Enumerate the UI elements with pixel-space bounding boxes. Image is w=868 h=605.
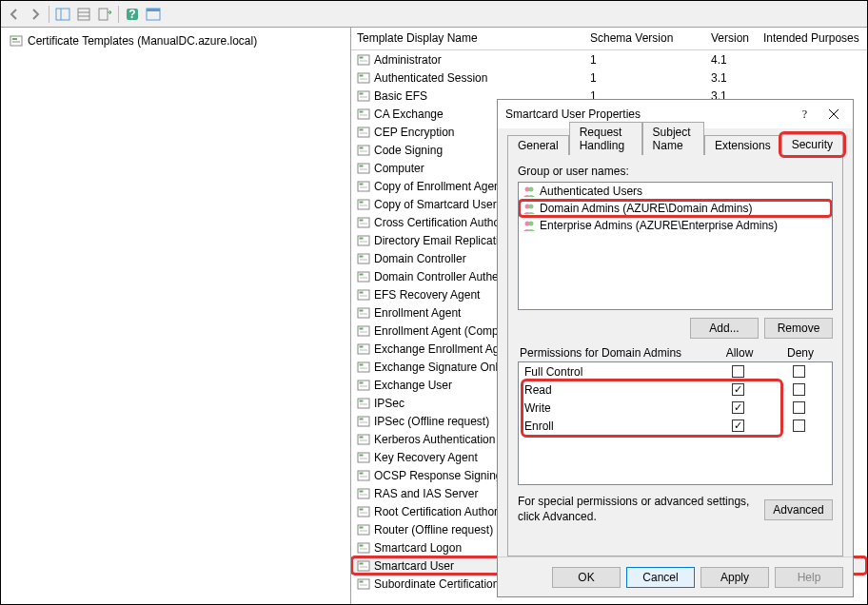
arrow-left-icon [7, 7, 22, 22]
svg-rect-9 [147, 9, 160, 11]
template-name: OCSP Response Signing [374, 469, 503, 482]
allow-checkbox[interactable] [732, 420, 744, 432]
arrow-right-icon [28, 7, 43, 22]
tab-subject-name[interactable]: Subject Name [642, 122, 704, 155]
separator [118, 6, 119, 23]
cancel-button[interactable]: Cancel [626, 567, 695, 588]
tab-extensions[interactable]: Extensions [704, 135, 781, 155]
certificate-icon [357, 234, 370, 247]
template-name: Exchange Enrollment Agent [374, 342, 515, 356]
svg-rect-80 [360, 454, 364, 456]
deny-checkbox[interactable] [793, 383, 805, 396]
back-button[interactable] [5, 5, 24, 24]
certificate-icon [357, 541, 370, 555]
group-name: Authenticated Users [540, 185, 642, 198]
template-name: IPSec [374, 397, 404, 410]
template-name: Enrollment Agent [374, 306, 461, 320]
svg-rect-92 [360, 526, 364, 528]
permission-name: Read [524, 383, 707, 397]
forward-button[interactable] [26, 5, 45, 24]
apply-button[interactable]: Apply [700, 567, 769, 588]
deny-checkbox[interactable] [793, 365, 805, 378]
group-row[interactable]: Domain Admins (AZURE\Domain Admins) [519, 200, 832, 217]
panes-icon [55, 7, 70, 22]
dialog-title: Smartcard User Properties [505, 107, 641, 121]
list-button[interactable] [74, 5, 93, 24]
group-list[interactable]: Authenticated UsersDomain Admins (AZURE\… [518, 182, 833, 310]
allow-checkbox[interactable] [732, 365, 744, 378]
certificate-icon [357, 559, 370, 573]
group-row[interactable]: Enterprise Admins (AZURE\Enterprise Admi… [519, 217, 832, 234]
svg-rect-62 [360, 345, 364, 347]
svg-rect-11 [12, 38, 17, 40]
certificate-icon [357, 198, 370, 211]
add-button[interactable]: Add... [690, 318, 759, 339]
list-icon [76, 7, 91, 22]
column-name[interactable]: Template Display Name [351, 28, 584, 49]
svg-rect-86 [360, 490, 364, 492]
template-name: Smartcard User [374, 559, 454, 573]
certificate-icon [357, 144, 370, 157]
svg-rect-95 [360, 544, 364, 546]
tab-request-handling[interactable]: Request Handling [569, 122, 642, 155]
svg-rect-35 [360, 183, 364, 185]
column-purpose[interactable]: Intended Purposes [758, 28, 867, 49]
deny-checkbox[interactable] [793, 401, 805, 414]
group-row[interactable]: Authenticated Users [519, 183, 832, 200]
certificate-icon [357, 180, 370, 193]
allow-checkbox[interactable] [732, 383, 744, 396]
certificate-icon [357, 451, 370, 464]
permission-row: Full Control [519, 362, 832, 381]
column-version[interactable]: Version [705, 28, 758, 49]
help-icon: ? [125, 7, 140, 22]
group-icon [523, 202, 536, 215]
dialog-help-button[interactable]: ? [802, 107, 807, 122]
allow-checkbox[interactable] [732, 401, 744, 414]
column-schema[interactable]: Schema Version [584, 28, 705, 49]
template-name: Subordinate Certification Au [374, 577, 516, 591]
certificate-icon [357, 487, 370, 500]
group-label: Group or user names: [518, 165, 833, 178]
tab-security[interactable]: Security [781, 134, 843, 155]
group-name: Domain Admins (AZURE\Domain Admins) [540, 202, 752, 215]
svg-rect-44 [360, 237, 364, 239]
export-button[interactable] [95, 5, 114, 24]
svg-rect-98 [360, 562, 364, 564]
template-name: Key Recovery Agent [374, 451, 478, 464]
permissions-list: Full ControlReadWriteEnroll [518, 361, 833, 485]
certificate-icon [357, 415, 370, 428]
svg-rect-23 [360, 110, 364, 112]
help-button[interactable]: ? [123, 5, 142, 24]
svg-rect-71 [360, 400, 364, 401]
list-pane: Template Display Name Schema Version Ver… [351, 28, 867, 604]
panes-button[interactable] [53, 5, 72, 24]
certificate-icon [357, 288, 370, 302]
separator [49, 6, 49, 23]
template-name: Router (Offline request) [374, 523, 493, 537]
deny-checkbox[interactable] [793, 420, 805, 432]
svg-rect-5 [99, 9, 108, 20]
tree-root-item[interactable]: Certificate Templates (ManualDC.azure.lo… [5, 31, 346, 50]
template-row[interactable]: Administrator14.1 [351, 50, 867, 68]
template-row[interactable]: Authenticated Session13.1 [351, 68, 867, 87]
tree-pane: Certificate Templates (ManualDC.azure.lo… [1, 28, 351, 604]
tree-root-label: Certificate Templates (ManualDC.azure.lo… [28, 34, 257, 48]
svg-text:?: ? [128, 8, 135, 21]
run-button[interactable] [144, 5, 163, 24]
dialog-close-button[interactable] [822, 103, 845, 126]
template-name: Directory Email Replication [374, 234, 511, 247]
group-icon [523, 219, 536, 232]
certificate-icon [357, 324, 370, 338]
certificate-icon [357, 397, 370, 410]
ok-button[interactable]: OK [552, 567, 621, 588]
help-button[interactable]: Help [775, 567, 843, 588]
certificate-icon [357, 433, 370, 446]
remove-button[interactable]: Remove [764, 318, 833, 339]
tab-general[interactable]: General [507, 135, 569, 155]
svg-rect-26 [360, 128, 364, 130]
svg-rect-29 [360, 146, 364, 148]
advanced-button[interactable]: Advanced [764, 499, 833, 520]
template-name: Exchange User [374, 379, 452, 392]
template-name: Domain Controller [374, 252, 466, 265]
tabs: General Request Handling Subject Name Ex… [507, 134, 843, 155]
